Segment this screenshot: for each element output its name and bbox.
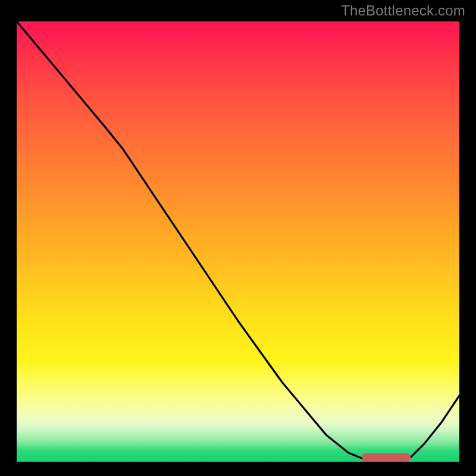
chart-frame: TheBottleneck.com xyxy=(0,0,476,476)
plot-overlay xyxy=(17,21,459,462)
bottleneck-curve xyxy=(17,21,459,462)
optimal-range-marker xyxy=(362,453,411,462)
attribution-label: TheBottleneck.com xyxy=(341,2,465,19)
